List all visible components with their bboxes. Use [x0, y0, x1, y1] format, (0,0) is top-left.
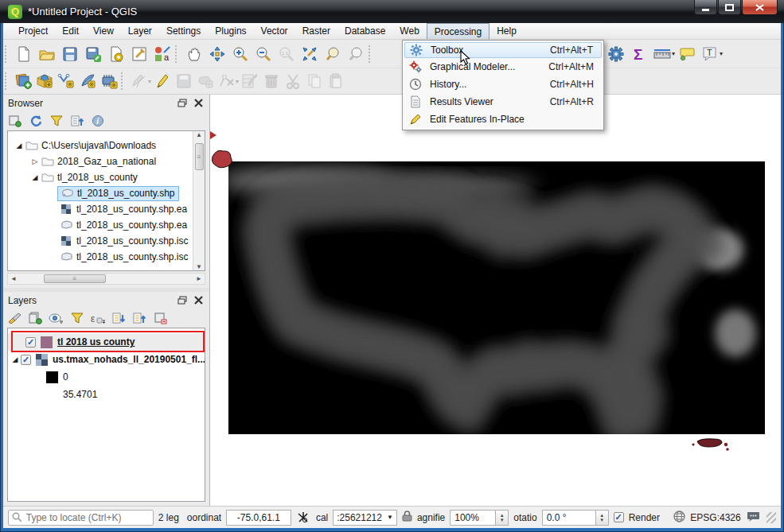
menu-item-graphical-modeler[interactable]: Graphical Modeler... Ctrl+Alt+M: [404, 58, 602, 76]
manage-themes-button[interactable]: [48, 310, 65, 326]
menu-item-toolbox[interactable]: Toolbox Ctrl+Alt+T: [404, 42, 602, 58]
pan-map-button[interactable]: [182, 42, 205, 65]
save-project-as-button[interactable]: [81, 42, 104, 65]
layers-float-button[interactable]: [176, 295, 189, 306]
locator-search[interactable]: [8, 510, 154, 526]
layer-row-county[interactable]: ✓ tl 2018 us county: [8, 333, 205, 351]
map-tips-button[interactable]: [675, 42, 698, 65]
scroll-up-icon[interactable]: ▲: [196, 131, 202, 138]
tree-item-county-folder[interactable]: ◢ tl_2018_us_county: [8, 169, 193, 185]
layout-manager-button[interactable]: [127, 42, 150, 65]
browser-float-button[interactable]: [176, 98, 189, 109]
rotation-spinbox[interactable]: 0.0 ° ▲▼: [542, 510, 609, 526]
layer-checkbox[interactable]: ✓: [21, 355, 31, 365]
tree-item-shp-isc-raster[interactable]: tl_2018_us_county.shp.isc: [8, 233, 193, 249]
expand-icon[interactable]: ◢: [14, 142, 24, 150]
remove-layer-button[interactable]: [151, 310, 169, 326]
menu-vector[interactable]: Vector: [254, 23, 295, 39]
toolbar-grip[interactable]: [5, 45, 10, 63]
browser-filter-button[interactable]: [48, 113, 65, 129]
zoom-to-layer-button[interactable]: [344, 42, 367, 65]
pan-to-selection-button[interactable]: [205, 42, 228, 65]
statistics-sigma-button[interactable]: Σ: [627, 42, 650, 65]
locator-input[interactable]: [25, 511, 150, 524]
render-checkbox[interactable]: ✓: [614, 512, 624, 522]
new-memory-layer-button[interactable]: [98, 71, 119, 92]
collapse-icon[interactable]: ▷: [30, 157, 40, 165]
annotation-dropdown-caret[interactable]: ▾: [720, 50, 723, 57]
menu-processing[interactable]: Processing: [427, 23, 490, 39]
new-project-button[interactable]: [12, 42, 35, 65]
messages-bubble-icon[interactable]: [746, 511, 760, 525]
current-edits-caret[interactable]: ▾: [148, 78, 151, 85]
vertex-tool-button[interactable]: [216, 71, 237, 92]
layers-close-button[interactable]: [192, 295, 205, 306]
menu-item-edit-features-in-place[interactable]: Edit Features In-Place: [404, 111, 602, 128]
tree-item-shp-ea-polygon[interactable]: tl_2018_us_county.shp.ea: [8, 217, 193, 233]
zoom-full-button[interactable]: [298, 42, 321, 65]
layer-styling-button[interactable]: [6, 310, 24, 326]
add-feature-button[interactable]: [194, 71, 216, 92]
zoom-to-selection-button[interactable]: [321, 42, 344, 65]
menu-database[interactable]: Database: [337, 23, 392, 39]
crs-status[interactable]: EPSG:4326: [690, 512, 740, 523]
toolbar-grip[interactable]: [121, 72, 127, 90]
collapse-all-button[interactable]: [131, 310, 148, 326]
tree-item-shp-ea-raster[interactable]: tl_2018_us_county.shp.ea: [8, 201, 193, 217]
menu-item-history[interactable]: History... Ctrl+Alt+H: [404, 76, 602, 93]
crs-globe-icon[interactable]: [673, 511, 685, 525]
scroll-left-icon[interactable]: ◄: [10, 275, 17, 282]
zoom-in-button[interactable]: [228, 42, 252, 65]
modify-attributes-button[interactable]: [239, 71, 260, 92]
cut-features-button[interactable]: [282, 71, 303, 92]
menu-project[interactable]: Project: [11, 23, 55, 39]
zoom-native-button[interactable]: 1:1: [275, 42, 298, 65]
scrollbar-thumb[interactable]: ≡: [44, 274, 106, 283]
expand-icon[interactable]: ◢: [10, 355, 21, 363]
extents-icon[interactable]: [296, 510, 311, 526]
close-button[interactable]: [742, 0, 778, 15]
menu-item-results-viewer[interactable]: Results Viewer Ctrl+Alt+R: [404, 93, 602, 111]
scroll-right-icon[interactable]: ►: [196, 275, 202, 282]
browser-horizontal-scrollbar[interactable]: ◄ ≡ ►: [7, 273, 205, 285]
coordinate-value[interactable]: -75.0,61.1: [226, 510, 291, 526]
add-raster-layer-button[interactable]: [33, 71, 55, 92]
menu-edit[interactable]: Edit: [55, 23, 86, 39]
toolbar-grip[interactable]: [369, 45, 374, 63]
browser-close-button[interactable]: [192, 98, 205, 109]
tree-item-shp-isc-polygon[interactable]: tl_2018_us_county.shp.isc: [8, 249, 193, 265]
layer-checkbox[interactable]: ✓: [25, 337, 36, 348]
toolbar-grip[interactable]: [5, 72, 10, 90]
scroll-down-icon[interactable]: ▼: [196, 263, 202, 270]
copy-features-button[interactable]: [303, 71, 325, 92]
filter-legend-button[interactable]: [68, 310, 86, 326]
lock-scale-icon[interactable]: [402, 511, 412, 524]
measure-button[interactable]: [650, 42, 673, 65]
browser-add-layer-button[interactable]: [6, 113, 24, 129]
paste-features-button[interactable]: [325, 71, 346, 92]
delete-selected-button[interactable]: [260, 71, 282, 92]
new-geopackage-button[interactable]: [76, 71, 98, 92]
filter-expression-button[interactable]: ε: [89, 310, 107, 326]
layer-color-swatch[interactable]: [41, 336, 53, 348]
menu-web[interactable]: Web: [392, 23, 426, 39]
tree-item-county-shp[interactable]: tl_2018_us_county.shp: [8, 185, 193, 201]
minimize-button[interactable]: [694, 0, 717, 15]
menu-raster[interactable]: Raster: [295, 23, 337, 39]
browser-refresh-button[interactable]: [27, 113, 45, 129]
expand-icon[interactable]: ◢: [30, 173, 40, 181]
menu-settings[interactable]: Settings: [159, 23, 208, 39]
toggle-editing-button[interactable]: [151, 71, 173, 92]
menu-view[interactable]: View: [86, 23, 121, 39]
browser-collapse-all-button[interactable]: [68, 113, 86, 129]
layer-row-raster[interactable]: ◢ ✓ us.tmax_nohads_ll_20190501_fl...: [8, 351, 205, 368]
text-annotation-button[interactable]: T: [698, 42, 721, 65]
title-bar[interactable]: Q *Untitled Project - QGIS: [0, 0, 784, 23]
scale-combo[interactable]: :25621212▼: [333, 510, 397, 526]
menu-help[interactable]: Help: [490, 23, 524, 39]
expand-all-button[interactable]: [110, 310, 127, 326]
processing-toolbox-button[interactable]: [604, 42, 627, 65]
new-shapefile-button[interactable]: [55, 71, 76, 92]
open-project-button[interactable]: [35, 42, 58, 65]
menu-plugins[interactable]: Plugins: [208, 23, 253, 39]
